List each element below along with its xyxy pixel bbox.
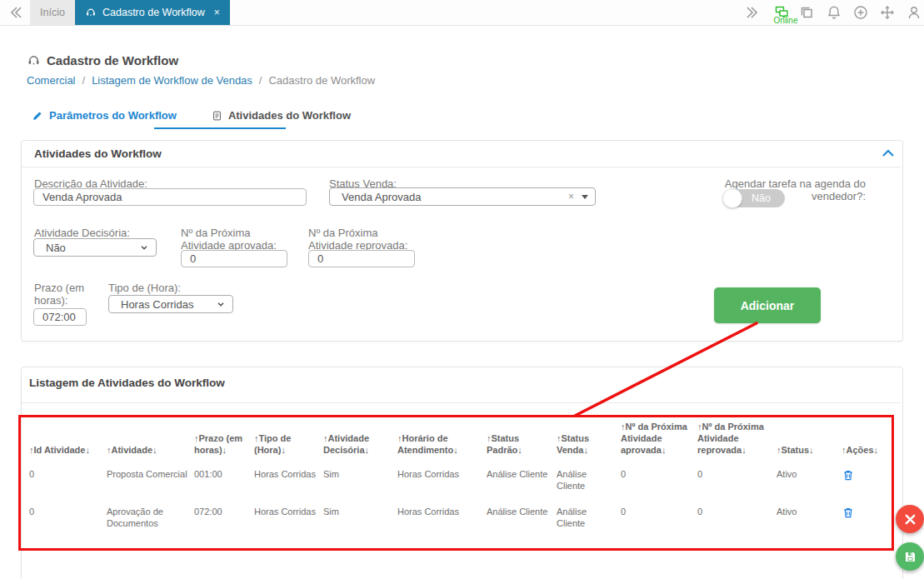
copy-icon[interactable] — [798, 4, 815, 21]
prazo-input[interactable] — [33, 308, 87, 326]
save-icon — [903, 550, 917, 564]
headset-icon — [27, 53, 41, 67]
descricao-atividade-input[interactable] — [33, 188, 307, 206]
adicionar-button[interactable]: Adicionar — [714, 287, 821, 323]
bell-icon[interactable] — [826, 4, 842, 21]
delete-row-icon[interactable] — [842, 506, 855, 520]
breadcrumb: Comercial / Listagem de Workflow de Vend… — [27, 74, 375, 87]
dropdown-arrow-icon — [582, 195, 588, 199]
column-header[interactable]: ↑Horário de Atendimento↓ — [397, 432, 487, 456]
tab-parametros-workflow[interactable]: Parâmetros do Workflow — [32, 109, 177, 122]
clear-selection-icon[interactable]: × — [568, 191, 574, 202]
tipo-hora-select[interactable]: Horas Corridas — [108, 295, 233, 313]
cancel-button[interactable] — [896, 505, 924, 533]
table-cell-actions — [842, 468, 879, 482]
column-header[interactable]: ↑Ações↓ — [842, 444, 883, 456]
tab-inicio-label: Início — [40, 7, 65, 18]
app-window: Início Cadastro de Workflow × Online — [0, 0, 924, 579]
move-icon[interactable] — [879, 4, 896, 21]
tab-parametros-label: Parâmetros do Workflow — [49, 109, 177, 122]
collapse-chevron-icon[interactable] — [882, 148, 895, 158]
tab-cadastro-workflow[interactable]: Cadastro de Workflow × — [75, 0, 230, 25]
tipo-hora-value: Horas Corridas — [121, 298, 216, 311]
column-header[interactable]: ↑Status↓ — [777, 444, 842, 456]
tab-atividades-label: Atividades do Workflow — [228, 109, 351, 122]
atividade-decisoria-value: Não — [46, 242, 139, 254]
column-header[interactable]: ↑Id Atividade↓ — [29, 444, 107, 456]
save-button[interactable] — [896, 542, 924, 571]
table-cell: 0 — [697, 468, 777, 480]
table-cell: 0 — [29, 468, 107, 480]
delete-row-icon[interactable] — [842, 468, 855, 482]
table-cell: Sim — [323, 506, 397, 517]
active-tab-underline — [154, 127, 286, 129]
tab-close-icon[interactable]: × — [214, 7, 220, 18]
table-cell: Aprovação de Documentos — [107, 506, 194, 529]
column-header[interactable]: ↑Status Padrão↓ — [487, 432, 557, 456]
tab-atividades-workflow[interactable]: Atividades do Workflow — [212, 109, 351, 122]
table-cell: 0 — [29, 506, 107, 517]
listagem-title: Listagem de Atividades do Workflow — [29, 377, 225, 389]
column-header[interactable]: ↑Prazo (em horas)↓ — [194, 432, 254, 456]
select-chevron-icon — [139, 242, 149, 252]
tab-cadastro-label: Cadastro de Workflow — [102, 7, 205, 18]
content-tabs: Parâmetros do Workflow Atividades do Wor… — [32, 109, 351, 122]
top-tab-bar: Início Cadastro de Workflow × Online — [0, 0, 924, 26]
table-row: 0 Aprovação de Documentos 072:00 Horas C… — [29, 506, 881, 543]
breadcrumb-link-comercial[interactable]: Comercial — [27, 74, 76, 87]
tab-inicio[interactable]: Início — [30, 0, 75, 25]
table-cell: 001:00 — [194, 468, 254, 480]
table-cell: Proposta Comercial — [107, 468, 194, 480]
breadcrumb-separator: / — [259, 74, 262, 87]
table-cell: Ativo — [777, 468, 842, 480]
breadcrumb-current: Cadastro de Workflow — [268, 74, 375, 87]
atividade-decisoria-select[interactable]: Não — [33, 238, 157, 257]
breadcrumb-separator: / — [82, 74, 86, 87]
table-header-row: ↑Id Atividade↓ ↑Atividade↓ ↑Prazo (em ho… — [29, 419, 881, 456]
pencil-icon — [32, 110, 43, 122]
plus-circle-icon[interactable] — [852, 4, 869, 21]
column-header[interactable]: ↑Tipo de (Hora)↓ — [254, 432, 323, 456]
page-title: Cadastro de Workflow — [27, 53, 178, 67]
status-venda-select[interactable]: Venda Aprovada × — [329, 187, 596, 206]
user-icon[interactable] — [906, 4, 922, 21]
select-chevron-icon — [216, 299, 226, 309]
column-header[interactable]: ↑Nº da Próxima Atividade reprovada↓ — [697, 421, 777, 456]
table-cell: 072:00 — [194, 506, 254, 517]
table-cell: 0 — [697, 506, 777, 517]
table-cell: 0 — [621, 506, 697, 517]
close-icon — [904, 513, 917, 526]
status-venda-value: Venda Aprovada — [342, 191, 568, 203]
table-cell: Sim — [323, 468, 397, 480]
prox-reprovada-label: Nº da Próxima Atividade reprovada: — [308, 227, 421, 252]
collapse-tabs-icon[interactable] — [7, 4, 23, 21]
table-cell-actions — [842, 506, 879, 520]
column-header[interactable]: ↑Atividade↓ — [107, 444, 194, 456]
panel-title: Atividades do Workflow — [34, 147, 162, 160]
column-header[interactable]: ↑Atividade Decisória↓ — [323, 432, 397, 456]
agendar-toggle-value: Não — [752, 192, 771, 204]
prazo-label: Prazo (em horas): — [34, 282, 92, 307]
expand-tabs-icon[interactable] — [745, 4, 762, 21]
column-header[interactable]: ↑Nº da Próxima Atividade aprovada↓ — [621, 421, 697, 456]
tipo-hora-label: Tipo de (Hora): — [108, 282, 181, 294]
table-row: 0 Proposta Comercial 001:00 Horas Corrid… — [29, 468, 881, 506]
table-cell: Análise Cliente — [557, 506, 621, 529]
breadcrumb-link-listagem[interactable]: Listagem de Workflow de Vendas — [92, 74, 252, 87]
headset-icon — [85, 7, 97, 18]
table-cell: Análise Cliente — [487, 468, 557, 480]
proxima-aprovada-input[interactable] — [181, 250, 287, 267]
prox-aprovada-label: Nº da Próxima Atividade aprovada: — [181, 227, 293, 252]
toggle-knob — [722, 188, 742, 208]
table-cell: 0 — [621, 468, 697, 480]
table-cell: Ativo — [777, 506, 842, 517]
panel-divider — [22, 167, 901, 167]
document-icon — [212, 110, 222, 122]
atividade-decisoria-label: Atividade Decisória: — [34, 227, 130, 239]
table-cell: Horas Corridas — [254, 506, 323, 517]
proxima-reprovada-input[interactable] — [308, 250, 415, 267]
agendar-toggle[interactable]: Não — [723, 189, 785, 207]
listing-divider — [22, 402, 901, 403]
column-header[interactable]: ↑Status Venda↓ — [557, 432, 621, 456]
table-cell: Horas Corridas — [397, 468, 487, 480]
